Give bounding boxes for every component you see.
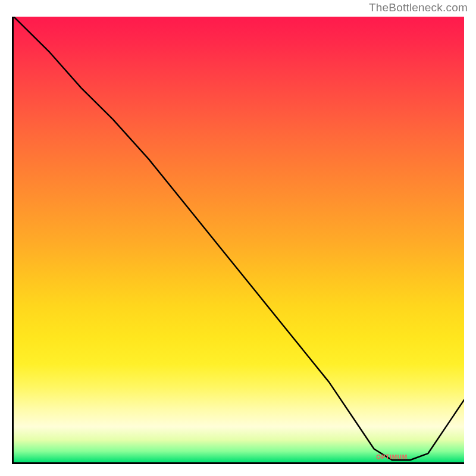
attribution-text: TheBottleneck.com bbox=[369, 1, 468, 14]
optimum-marker-label: OPTIMUM bbox=[376, 454, 408, 461]
chart-plot-area: OPTIMUM bbox=[12, 17, 464, 464]
chart-gradient-background bbox=[14, 17, 464, 462]
